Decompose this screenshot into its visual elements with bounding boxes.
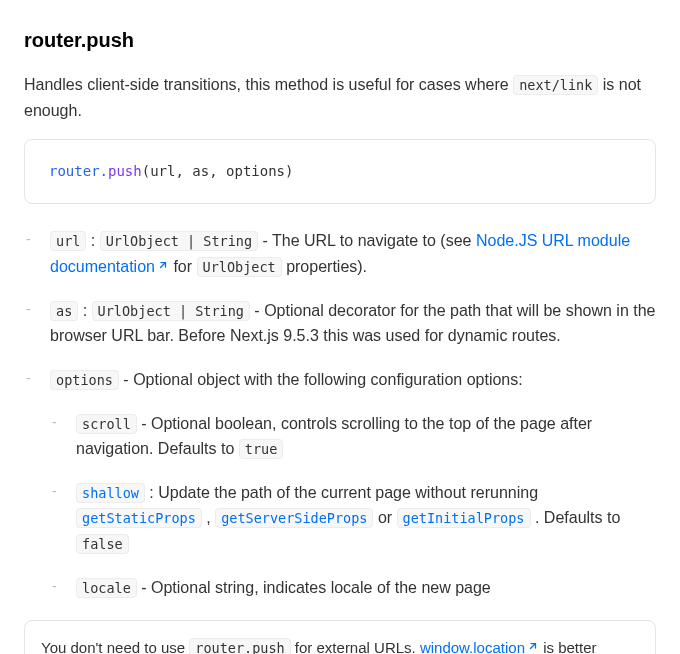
- option-locale-name: locale: [76, 578, 137, 598]
- option-scroll: scroll - Optional boolean, controls scro…: [50, 411, 656, 462]
- note-code-routerpush: router.push: [189, 638, 290, 654]
- intro-text-before: Handles client-side transitions, this me…: [24, 76, 513, 93]
- param-as-type: UrlObject | String: [92, 301, 250, 321]
- note-text-before: You don't need to use: [41, 639, 189, 654]
- option-shallow-desc-after: . Defaults to: [531, 509, 621, 526]
- note-callout: You don't need to use router.push for ex…: [24, 620, 656, 654]
- link-text: window.location: [420, 639, 525, 654]
- option-locale-desc: - Optional string, indicates locale of t…: [137, 579, 491, 596]
- option-shallow-default: false: [76, 534, 129, 554]
- param-as-name: as: [50, 301, 78, 321]
- code-token-dot: .: [100, 163, 108, 179]
- param-url: url : UrlObject | String - The URL to na…: [24, 228, 656, 280]
- link-getserversideprops[interactable]: getServerSideProps: [215, 508, 373, 528]
- param-url-name: url: [50, 231, 86, 251]
- param-as: as : UrlObject | String - Optional decor…: [24, 298, 656, 349]
- code-example-block: router.push(url, as, options): [24, 139, 656, 203]
- option-shallow-desc-before: : Update the path of the current page wi…: [145, 484, 538, 501]
- param-list: url : UrlObject | String - The URL to na…: [24, 228, 656, 601]
- param-url-urlobject: UrlObject: [197, 257, 282, 277]
- option-scroll-desc: - Optional boolean, controls scrolling t…: [76, 415, 592, 458]
- code-token-function: push: [108, 163, 142, 179]
- external-link-icon: [157, 253, 169, 279]
- option-shallow-name-link[interactable]: shallow: [76, 483, 145, 503]
- param-url-desc-after: properties).: [282, 258, 367, 275]
- param-options: options - Optional object with the follo…: [24, 367, 656, 600]
- code-token-args: (url, as, options): [142, 163, 294, 179]
- option-shallow-sep2: or: [373, 509, 396, 526]
- param-url-desc-before: - The URL to navigate to (see: [258, 232, 476, 249]
- link-getinitialprops[interactable]: getInitialProps: [397, 508, 531, 528]
- link-getstaticprops[interactable]: getStaticProps: [76, 508, 202, 528]
- option-scroll-default: true: [239, 439, 284, 459]
- section-heading: router.push: [24, 24, 656, 56]
- intro-code-nextlink: next/link: [513, 75, 598, 95]
- option-locale: locale - Optional string, indicates loca…: [50, 575, 656, 601]
- param-url-sep: :: [86, 232, 99, 249]
- external-link-icon: [527, 635, 539, 654]
- link-window-location[interactable]: window.location: [420, 639, 539, 654]
- param-options-name: options: [50, 370, 119, 390]
- code-token-object: router: [49, 163, 100, 179]
- option-scroll-name: scroll: [76, 414, 137, 434]
- param-options-desc: - Optional object with the following con…: [119, 371, 523, 388]
- option-shallow: shallow : Update the path of the current…: [50, 480, 656, 557]
- option-shallow-sep1: ,: [202, 509, 215, 526]
- param-url-desc-mid: for: [169, 258, 197, 275]
- param-url-type: UrlObject | String: [100, 231, 258, 251]
- note-text-mid: for external URLs.: [291, 639, 420, 654]
- intro-paragraph: Handles client-side transitions, this me…: [24, 72, 656, 123]
- options-sublist: scroll - Optional boolean, controls scro…: [50, 411, 656, 601]
- param-as-sep: :: [78, 302, 91, 319]
